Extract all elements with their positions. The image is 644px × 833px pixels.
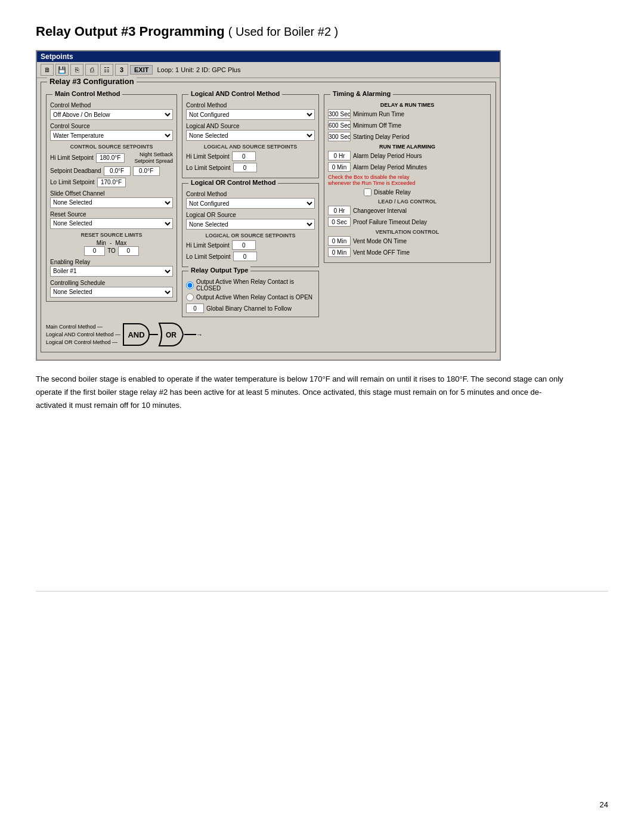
and-source-select[interactable]: None Selected	[186, 130, 315, 141]
reset-max-input[interactable]	[118, 246, 139, 256]
min-off-input[interactable]	[328, 120, 351, 130]
exit-button[interactable]: EXIT	[130, 65, 153, 75]
alarm-hrs-input[interactable]	[328, 151, 351, 160]
reset-values-row: TO	[50, 246, 173, 256]
or-source-select[interactable]: None Selected	[186, 219, 315, 230]
and-hi-input[interactable]	[232, 151, 256, 161]
or-lo-input[interactable]	[233, 252, 257, 261]
or-method-label: Control Method	[186, 191, 315, 197]
window-title: Setpoints	[41, 52, 73, 61]
setpoints-window: Setpoints 🗎 💾 ⎘ ⎙ ☷ 3 EXIT Loop: 1 Unit:…	[36, 50, 501, 361]
control-source-select[interactable]: Water Temperature	[50, 130, 173, 141]
min-run-label: Minimum Run Time	[353, 111, 404, 117]
main-control-title: Main Control Method	[52, 90, 122, 97]
radio-open-label: Output Active When Relay Contact is OPEN	[196, 294, 312, 301]
changeover-row: Changeover Interval	[328, 206, 487, 215]
svg-text:OR: OR	[166, 331, 177, 339]
delay-run-title: DELAY & RUN TIMES	[328, 102, 487, 108]
deadband-label: Setpoint Deadband	[50, 168, 101, 174]
or-source-label: Logical OR Source	[186, 212, 315, 218]
page-title: Relay Output #3 Programming ( Used for B…	[36, 24, 608, 39]
vent-on-label: Vent Mode ON Time	[353, 238, 407, 244]
main-control-col: Main Control Method Control Method Off A…	[46, 94, 177, 317]
start-delay-row: Starting Delay Period	[328, 132, 487, 141]
toolbar-btn-num3[interactable]: 3	[115, 64, 128, 76]
timing-col: Timing & Alarming DELAY & RUN TIMES Mini…	[324, 94, 491, 317]
and-gate: AND	[123, 323, 150, 346]
alarm-hrs-row: Alarm Delay Period Hours	[328, 151, 487, 160]
radio-closed-row: Output Active When Relay Contact is CLOS…	[186, 278, 315, 292]
lo-limit-input[interactable]	[97, 178, 126, 187]
vent-off-input[interactable]	[328, 247, 351, 257]
logical-or-group: Logical OR Control Method Control Method…	[182, 183, 319, 267]
relay-output-group: Relay Output Type Output Active When Rel…	[182, 271, 319, 317]
toolbar-btn-grid[interactable]: ☷	[100, 64, 113, 76]
and-lo-row: Lo Limit Setpoint	[186, 163, 315, 172]
arrow-right-label: →	[196, 331, 203, 338]
or-hi-row: Hi Limit Setpoint	[186, 240, 315, 250]
arrow-and-or	[150, 334, 158, 335]
alarm-min-row: Alarm Delay Period Minutes	[328, 162, 487, 172]
relay-config-group: Relay #3 Configuration Main Control Meth…	[41, 82, 496, 352]
page-number: 24	[600, 800, 608, 809]
diagram-and-label: Logical AND Control Method —	[46, 332, 120, 337]
min-run-input[interactable]	[328, 109, 351, 119]
toolbar-label: Loop: 1 Unit: 2 ID: GPC Plus	[157, 66, 240, 73]
and-hi-row: Hi Limit Setpoint	[186, 151, 315, 161]
alarm-min-input[interactable]	[328, 162, 351, 172]
or-hi-input[interactable]	[232, 240, 256, 250]
or-lo-row: Lo Limit Setpoint	[186, 252, 315, 261]
arrow-out	[184, 334, 196, 335]
and-lo-input[interactable]	[233, 163, 257, 172]
start-delay-input[interactable]	[328, 132, 351, 141]
toolbar-btn-paste[interactable]: ⎙	[85, 64, 98, 76]
disable-relay-label: Disable Relay	[374, 189, 411, 196]
run-alarm-title: RUN TIME ALARMING	[328, 144, 487, 150]
and-setpoints-title: LOGICAL AND SOURCE SETPOINTS	[186, 144, 315, 150]
radio-closed[interactable]	[186, 281, 194, 289]
hi-limit-row: Hi Limit Setpoint Night Setback Setpoint…	[50, 151, 173, 165]
control-method-select[interactable]: Off Above / On Below	[50, 109, 173, 120]
reset-max-label: Max	[115, 240, 126, 246]
vent-off-row: Vent Mode OFF Time	[328, 247, 487, 257]
lead-lag-title: LEAD / LAG CONTROL	[328, 199, 487, 205]
vent-on-input[interactable]	[328, 236, 351, 246]
min-run-row: Minimum Run Time	[328, 109, 487, 119]
reset-limits-row: Min - Max	[50, 240, 173, 246]
toolbar-btn-open[interactable]: 🗎	[41, 64, 54, 76]
page-subtitle: ( Used for Boiler #2 )	[228, 25, 339, 38]
toolbar-btn-save[interactable]: 💾	[55, 64, 69, 76]
or-method-select[interactable]: Not Configured	[186, 198, 315, 209]
changeover-input[interactable]	[328, 206, 351, 215]
min-off-label: Minimum Off Time	[353, 122, 401, 129]
deadband-input2[interactable]	[133, 166, 160, 176]
slide-offset-label: Slide Offset Channel	[50, 190, 173, 197]
diagram-or-label: Logical OR Control Method —	[46, 339, 120, 345]
global-binary-row: Global Binary Channel to Follow	[186, 304, 315, 313]
reset-source-select[interactable]: None Selected	[50, 218, 173, 229]
control-source-label: Control Source	[50, 123, 173, 129]
disable-relay-checkbox[interactable]	[364, 188, 371, 196]
enabling-relay-select[interactable]: Boiler #1	[50, 266, 173, 277]
logical-and-group: Logical AND Control Method Control Metho…	[182, 94, 319, 178]
proof-failure-input[interactable]	[328, 217, 351, 227]
or-hi-label: Hi Limit Setpoint	[186, 242, 230, 249]
lo-limit-row: Lo Limit Setpoint	[50, 178, 173, 187]
controlling-schedule-select[interactable]: None Selected	[50, 287, 173, 298]
toolbar-btn-copy[interactable]: ⎘	[70, 64, 83, 76]
global-binary-label: Global Binary Channel to Follow	[206, 305, 292, 312]
radio-open[interactable]	[186, 293, 194, 301]
and-method-select[interactable]: Not Configured	[186, 109, 315, 120]
hi-limit-input[interactable]	[96, 153, 125, 163]
reset-limits-title: RESET SOURCE LIMITS	[50, 232, 173, 238]
reset-min-input[interactable]	[84, 246, 105, 256]
and-lo-label: Lo Limit Setpoint	[186, 165, 231, 171]
alarm-min-label: Alarm Delay Period Minutes	[353, 164, 427, 171]
slide-offset-select[interactable]: None Selected	[50, 197, 173, 208]
global-binary-input[interactable]	[186, 304, 204, 313]
controlling-schedule-label: Controlling Schedule	[50, 280, 173, 286]
proof-failure-label: Proof Failure Timeout Delay	[353, 219, 427, 225]
disable-relay-text1: Check the Box to disable the relay	[328, 174, 416, 180]
alarm-hrs-label: Alarm Delay Period Hours	[353, 153, 422, 159]
deadband-input1[interactable]	[104, 166, 131, 176]
